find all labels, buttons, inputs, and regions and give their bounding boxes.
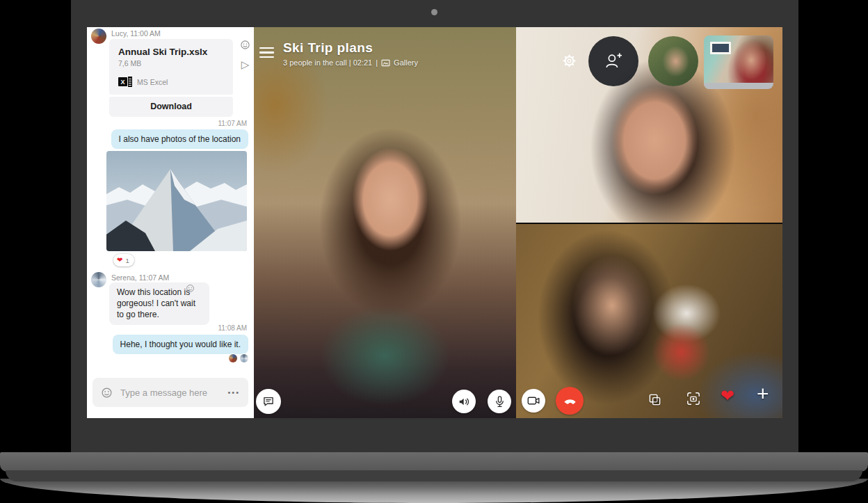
heart-reaction-icon: ❤ (117, 257, 122, 264)
outgoing-message-bubble: Hehe, I thought you would like it. (113, 335, 248, 354)
meta-separator: | (376, 58, 378, 67)
file-size: 7,6 MB (118, 59, 224, 67)
end-call-button[interactable] (556, 387, 584, 415)
take-snapshot-icon[interactable] (686, 392, 700, 408)
timestamp: 11:07 AM (218, 120, 247, 127)
outgoing-message-bubble: I also have photos of the location (111, 129, 248, 149)
laptop-base-hinge (6, 470, 862, 481)
share-screen-icon[interactable] (648, 393, 661, 409)
toggle-chat-button[interactable] (256, 389, 281, 414)
settings-gear-icon[interactable] (562, 54, 577, 71)
speaker-button[interactable] (452, 390, 476, 413)
avatar-serena[interactable] (91, 272, 106, 287)
speaker-icon (458, 396, 471, 408)
shared-photo-mountain[interactable] (106, 151, 247, 251)
chat-panel: Lucy, 11:00 AM Annual Ski Trip.xslx 7,6 … (87, 27, 254, 418)
add-person-button[interactable] (588, 36, 638, 86)
chat-bubble-icon (262, 395, 275, 408)
laptop-webcam-dot (431, 9, 437, 15)
timestamp: 11:08 AM (218, 324, 247, 332)
video-camera-icon (527, 396, 540, 406)
add-person-icon (604, 52, 623, 70)
skype-app-window: Lucy, 11:00 AM Annual Ski Trip.xslx 7,6 … (87, 27, 782, 418)
file-app-label: MS Excel (137, 78, 168, 86)
message-reaction-badge[interactable]: ❤ 1 (113, 254, 134, 266)
ms-excel-icon: X (118, 77, 132, 87)
video-grid-right: ❤ + (516, 27, 782, 418)
desk-edge-decor (704, 83, 773, 89)
forward-message-icon[interactable]: ▷ (241, 59, 250, 70)
menu-hamburger-icon[interactable] (259, 47, 274, 61)
microphone-icon (494, 395, 506, 408)
read-receipt-avatar-serena (240, 354, 248, 362)
call-meta: 3 people in the call | 02:21 | Gallery (283, 58, 418, 67)
message-input[interactable] (119, 387, 221, 399)
file-attachment-body[interactable]: Annual Ski Trip.xslx 7,6 MB X MS Excel (109, 39, 233, 95)
call-participants-duration: 3 people in the call | 02:21 (283, 58, 372, 67)
self-view-thumbnail[interactable] (704, 35, 773, 89)
participant-video-bottom (516, 224, 782, 418)
call-title: Ski Trip plans (283, 40, 373, 56)
read-receipts (229, 354, 248, 362)
avatar-lucy[interactable] (91, 29, 106, 44)
message-input-bar: ••• (93, 378, 248, 407)
heart-reaction-button[interactable]: ❤ (721, 388, 734, 404)
picture-frame-decor (710, 42, 731, 54)
gallery-icon (381, 59, 390, 67)
participant-thumbnail-circle[interactable] (648, 36, 698, 86)
end-call-phone-icon (562, 393, 578, 409)
gallery-label[interactable]: Gallery (394, 58, 418, 67)
add-reaction-smiley-icon[interactable] (240, 40, 250, 53)
microphone-button[interactable] (488, 390, 511, 413)
camera-toggle-button[interactable] (522, 389, 545, 413)
message-sender-timestamp: Lucy, 11:00 AM (111, 29, 161, 38)
laptop-base-lip (0, 479, 868, 503)
reaction-count: 1 (125, 257, 129, 264)
message-sender-timestamp: Serena, 11:07 AM (111, 273, 169, 282)
main-video-feed: Ski Trip plans 3 people in the call | 02… (254, 27, 516, 418)
add-more-button[interactable]: + (757, 383, 769, 404)
file-name: Annual Ski Trip.xslx (118, 47, 224, 57)
add-reaction-smiley-icon[interactable] (186, 283, 195, 296)
read-receipt-avatar-lucy (229, 354, 237, 362)
laptop-base-top (0, 452, 868, 472)
laptop-mockup: Lucy, 11:00 AM Annual Ski Trip.xslx 7,6 … (0, 0, 868, 503)
download-button[interactable]: Download (109, 97, 233, 117)
more-options-button[interactable]: ••• (227, 388, 240, 397)
file-attachment-card: Annual Ski Trip.xslx 7,6 MB X MS Excel D… (109, 39, 233, 117)
emoji-picker-icon[interactable] (101, 387, 113, 399)
